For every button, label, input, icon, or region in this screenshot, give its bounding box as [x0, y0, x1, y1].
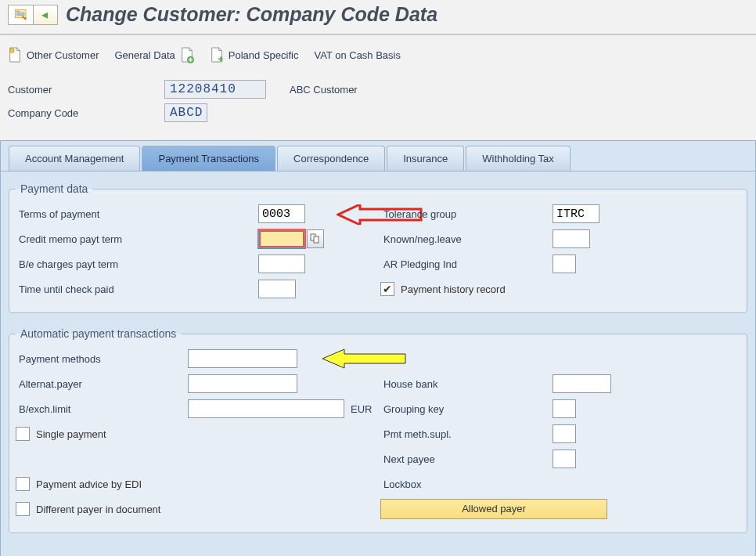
payment-advice-edi-label: Payment advice by EDI [36, 478, 142, 490]
bexch-limit-label: B/exch.limit [16, 403, 188, 415]
customer-value: 12208410 [164, 80, 266, 99]
vat-cash-button[interactable]: VAT on Cash Basis [314, 49, 401, 61]
house-bank-input[interactable] [553, 374, 611, 393]
auto-payment-legend: Automatic payment transactions [16, 327, 181, 340]
form-icon [9, 5, 34, 24]
general-data-button[interactable]: General Data [114, 46, 193, 63]
next-payee-label: Next payee [380, 453, 553, 465]
payment-history-checkbox[interactable] [380, 282, 394, 296]
credit-memo-term-input[interactable] [258, 229, 305, 248]
alt-payer-input[interactable] [188, 374, 297, 393]
search-help-icon [310, 233, 321, 244]
app-toolbar: Other Customer General Data Poland Speci… [0, 35, 756, 78]
allowed-payer-button[interactable]: Allowed payer [380, 499, 607, 519]
tab-correspondence[interactable]: Correspondence [277, 146, 385, 171]
other-customer-label: Other Customer [27, 49, 99, 61]
company-code-label: Company Code [8, 107, 164, 119]
pmt-meth-supl-label: Pmt meth.supl. [380, 428, 553, 440]
grouping-key-label: Grouping key [380, 403, 553, 415]
tab-payment-transactions[interactable]: Payment Transactions [142, 146, 275, 171]
menu-icon-box[interactable]: ◂ [8, 5, 58, 25]
svg-rect-2 [16, 13, 25, 14]
svg-rect-3 [16, 14, 25, 16]
bexch-limit-input[interactable] [188, 399, 344, 418]
tabstrip: Account Management Payment Transactions … [0, 140, 756, 171]
time-check-input[interactable] [258, 280, 296, 298]
poland-specific-label: Poland Specific [229, 49, 299, 61]
pmt-meth-supl-input[interactable] [553, 424, 576, 443]
known-neg-label: Known/neg.leave [380, 233, 553, 245]
known-neg-input[interactable] [553, 229, 590, 248]
grouping-key-input[interactable] [553, 399, 576, 418]
header-fields: Customer 12208410 ABC Customer Company C… [0, 78, 756, 140]
time-check-label: Time until check paid [16, 283, 258, 295]
payment-data-legend: Payment data [16, 182, 92, 195]
customer-name: ABC Customer [290, 84, 358, 96]
alt-payer-label: Alternat.payer [16, 378, 188, 390]
tab-account-management[interactable]: Account Management [9, 146, 140, 171]
tab-insurance[interactable]: Insurance [387, 146, 464, 171]
terms-of-payment-label: Terms of payment [16, 208, 258, 220]
document-add-icon [180, 46, 194, 63]
tolerance-group-label: Tolerance group [380, 208, 553, 220]
svg-point-4 [10, 49, 14, 52]
different-payer-checkbox[interactable] [16, 502, 30, 516]
document-forward-icon [210, 46, 224, 63]
be-charges-input[interactable] [258, 255, 305, 273]
different-payer-label: Different payer in document [36, 504, 160, 515]
tolerance-group-input[interactable] [553, 204, 599, 223]
auto-payment-group: Automatic payment transactions Payment m… [9, 327, 747, 533]
terms-of-payment-input[interactable] [258, 204, 305, 223]
tab-withholding-tax[interactable]: Withholding Tax [466, 146, 571, 171]
customer-label: Customer [8, 84, 164, 96]
single-payment-checkbox[interactable] [16, 427, 30, 441]
be-charges-label: B/e charges payt term [16, 258, 258, 270]
next-payee-input[interactable] [553, 449, 576, 468]
general-data-label: General Data [114, 49, 175, 61]
svg-rect-7 [314, 236, 319, 243]
f4-help-button[interactable] [307, 229, 324, 248]
single-payment-label: Single payment [36, 428, 106, 440]
vat-cash-label: VAT on Cash Basis [314, 49, 401, 61]
company-code-value: ABCD [164, 103, 207, 122]
house-bank-label: House bank [380, 378, 553, 390]
lockbox-label: Lockbox [380, 478, 553, 490]
title-bar: ◂ Change Customer: Company Code Data [0, 0, 756, 35]
poland-specific-button[interactable]: Poland Specific [210, 46, 299, 63]
dropdown-arrow-icon: ◂ [41, 7, 48, 22]
payment-advice-edi-checkbox[interactable] [16, 477, 30, 491]
ar-pledging-input[interactable] [553, 255, 576, 273]
credit-memo-term-label: Credit memo payt term [16, 233, 258, 245]
payment-history-label: Payment history record [401, 283, 506, 295]
payment-data-group: Payment data Terms of payment Credit mem… [9, 182, 747, 313]
bexch-unit: EUR [351, 403, 372, 415]
payment-methods-input[interactable] [188, 349, 297, 368]
payment-methods-label: Payment methods [16, 353, 188, 365]
svg-rect-1 [16, 10, 20, 12]
page-title: Change Customer: Company Code Data [66, 3, 437, 26]
document-icon [8, 46, 22, 63]
ar-pledging-label: AR Pledging Ind [380, 258, 553, 270]
tab-page-payment: Payment data Terms of payment Credit mem… [0, 171, 756, 556]
other-customer-button[interactable]: Other Customer [8, 46, 99, 63]
tabs: Account Management Payment Transactions … [1, 146, 755, 171]
